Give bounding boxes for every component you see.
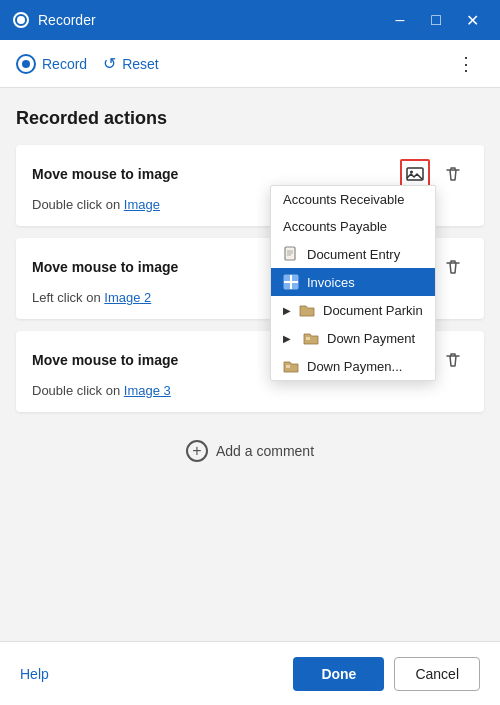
cancel-button[interactable]: Cancel — [394, 657, 480, 691]
record-button[interactable]: Record — [16, 50, 87, 78]
dropdown-item-invoices-label: Invoices — [307, 275, 355, 290]
action-card-2-link[interactable]: Image 2 — [104, 290, 151, 305]
svg-rect-11 — [284, 275, 290, 281]
svg-rect-13 — [284, 283, 290, 289]
down-payment-icon — [303, 330, 319, 346]
svg-rect-12 — [292, 275, 298, 281]
svg-point-3 — [410, 171, 413, 174]
title-bar-controls: – □ ✕ — [384, 4, 488, 36]
image-icon-1 — [406, 165, 424, 183]
action-card-3-detail-text: Double click on — [32, 383, 120, 398]
dropdown-item-document-entry[interactable]: Document Entry — [271, 240, 435, 268]
dropdown-item-accounts-payable-label: Accounts Payable — [283, 219, 387, 234]
more-options-button[interactable]: ⋮ — [449, 49, 484, 79]
add-comment-area: + Add a comment — [16, 424, 484, 470]
document-entry-icon — [283, 246, 299, 262]
dropdown-item-document-parkin-label: Document Parkin — [323, 303, 423, 318]
footer: Help Done Cancel — [0, 641, 500, 705]
minimize-button[interactable]: – — [384, 4, 416, 36]
close-button[interactable]: ✕ — [456, 4, 488, 36]
action-card-2-title: Move mouse to image — [32, 259, 178, 275]
action-card-1-title: Move mouse to image — [32, 166, 178, 182]
record-icon — [16, 54, 36, 74]
dropdown-item-down-payment-2-label: Down Paymen... — [307, 359, 402, 374]
add-comment-label: Add a comment — [216, 443, 314, 459]
action-card-2-icons — [438, 252, 468, 282]
document-parkin-icon — [299, 302, 315, 318]
down-payment-arrow: ▶ — [283, 333, 291, 344]
dropdown-item-down-payment-label: Down Payment — [327, 331, 415, 346]
toolbar: Record ↺ Reset ⋮ — [0, 40, 500, 88]
section-title: Recorded actions — [16, 108, 484, 129]
reset-icon: ↺ — [103, 54, 116, 73]
action-card-2-detail-text: Left click on — [32, 290, 101, 305]
dropdown-menu[interactable]: Accounts Receivable Accounts Payable Doc… — [270, 185, 436, 381]
reset-label: Reset — [122, 56, 159, 72]
action-card-3-link[interactable]: Image 3 — [124, 383, 171, 398]
delete-icon-2 — [444, 258, 462, 276]
dropdown-item-document-entry-label: Document Entry — [307, 247, 400, 262]
down-payment-2-icon — [283, 358, 299, 374]
title-bar-left: Recorder — [12, 11, 96, 29]
delete-button-2[interactable] — [438, 252, 468, 282]
toolbar-left: Record ↺ Reset — [16, 50, 159, 78]
svg-point-1 — [17, 16, 25, 24]
done-button[interactable]: Done — [293, 657, 384, 691]
document-parkin-arrow: ▶ — [283, 305, 291, 316]
maximize-button[interactable]: □ — [420, 4, 452, 36]
record-dot-inner — [22, 60, 30, 68]
action-card-1-detail-text: Double click on — [32, 197, 120, 212]
add-comment-button[interactable]: + Add a comment — [186, 440, 314, 462]
app-icon — [12, 11, 30, 29]
title-bar: Recorder – □ ✕ — [0, 0, 500, 40]
svg-rect-14 — [292, 283, 298, 289]
dropdown-item-down-payment-2[interactable]: Down Paymen... — [271, 352, 435, 380]
dropdown-item-document-parkin[interactable]: ▶ Document Parkin — [271, 296, 435, 324]
delete-button-3[interactable] — [438, 345, 468, 375]
action-card-3-detail: Double click on Image 3 — [32, 383, 468, 398]
reset-button[interactable]: ↺ Reset — [103, 50, 159, 77]
help-button[interactable]: Help — [20, 666, 49, 682]
dropdown-item-accounts-receivable[interactable]: Accounts Receivable — [271, 186, 435, 213]
action-card-1-link[interactable]: Image — [124, 197, 160, 212]
footer-right: Done Cancel — [293, 657, 480, 691]
delete-icon-1 — [444, 165, 462, 183]
record-label: Record — [42, 56, 87, 72]
dropdown-item-invoices[interactable]: Invoices — [271, 268, 435, 296]
title-bar-title: Recorder — [38, 12, 96, 28]
dropdown-item-accounts-receivable-label: Accounts Receivable — [283, 192, 404, 207]
dropdown-item-accounts-payable[interactable]: Accounts Payable — [271, 213, 435, 240]
svg-rect-15 — [306, 337, 310, 340]
invoices-icon — [283, 274, 299, 290]
action-card-3-title: Move mouse to image — [32, 352, 178, 368]
svg-rect-16 — [286, 365, 290, 368]
delete-icon-3 — [444, 351, 462, 369]
dropdown-item-down-payment[interactable]: ▶ Down Payment — [271, 324, 435, 352]
plus-circle-icon: + — [186, 440, 208, 462]
delete-button-1[interactable] — [438, 159, 468, 189]
